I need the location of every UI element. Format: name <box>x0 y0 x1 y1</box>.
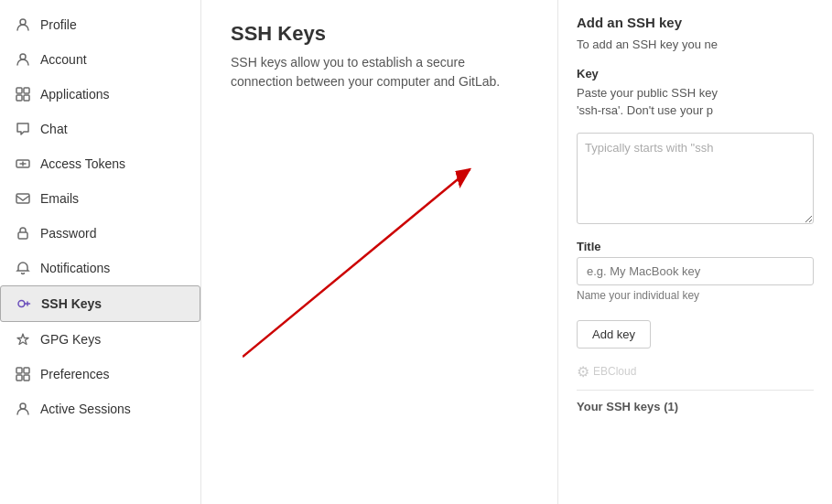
svg-rect-3 <box>24 88 29 93</box>
title-field-label: Title <box>577 240 814 253</box>
sidebar-item-chat[interactable]: Chat <box>0 112 200 146</box>
sidebar-item-account[interactable]: Account <box>0 42 200 77</box>
title-input[interactable] <box>577 257 814 285</box>
svg-rect-10 <box>16 368 22 373</box>
key-field-label: Key <box>577 67 814 80</box>
key-textarea[interactable] <box>577 133 814 224</box>
svg-rect-8 <box>18 232 27 239</box>
sidebar-item-preferences[interactable]: Preferences <box>0 357 200 391</box>
right-panel: Add an SSH key To add an SSH key you ne … <box>557 0 832 504</box>
add-key-button[interactable]: Add key <box>577 320 651 349</box>
svg-rect-5 <box>24 95 29 101</box>
gpg-keys-icon <box>15 331 31 348</box>
notifications-icon <box>15 260 31 276</box>
active-sessions-icon <box>15 401 31 417</box>
key-description: Paste your public SSH key'ssh-rsa'. Don'… <box>577 84 814 120</box>
sidebar-item-password-label: Password <box>40 226 96 241</box>
sidebar-item-gpg-keys[interactable]: GPG Keys <box>0 322 200 357</box>
watermark: ⚙ EBCloud <box>577 363 814 381</box>
svg-rect-11 <box>24 368 29 373</box>
sidebar-item-profile[interactable]: Profile <box>0 7 200 42</box>
ssh-keys-icon <box>16 295 32 312</box>
sidebar-item-chat-label: Chat <box>40 122 68 136</box>
sidebar-item-access-tokens[interactable]: Access Tokens <box>0 146 200 181</box>
sidebar-item-active-sessions[interactable]: Active Sessions <box>0 391 200 426</box>
account-icon <box>15 51 31 68</box>
add-ssh-key-description: To add an SSH key you ne <box>577 36 814 54</box>
your-ssh-keys-title: Your SSH keys (1) <box>577 390 814 413</box>
svg-line-16 <box>243 169 470 357</box>
sidebar: Profile Account Applications Chat Access… <box>0 0 201 504</box>
page-title: SSH Keys <box>231 22 528 46</box>
sidebar-item-active-sessions-label: Active Sessions <box>40 402 131 416</box>
main-content: SSH Keys SSH keys allow you to establish… <box>201 0 557 504</box>
profile-icon <box>15 16 31 33</box>
password-icon <box>15 225 31 241</box>
svg-rect-12 <box>16 375 22 381</box>
sidebar-item-preferences-label: Preferences <box>40 367 109 381</box>
add-ssh-key-title: Add an SSH key <box>577 15 814 30</box>
applications-icon <box>15 86 31 102</box>
sidebar-item-applications-label: Applications <box>40 87 110 102</box>
sidebar-item-ssh-keys[interactable]: SSH Keys <box>0 285 200 322</box>
sidebar-item-applications[interactable]: Applications <box>0 77 200 112</box>
sidebar-item-ssh-keys-label: SSH Keys <box>41 296 102 311</box>
page-description: SSH keys allow you to establish a secure… <box>231 53 524 91</box>
sidebar-item-account-label: Account <box>40 52 87 67</box>
sidebar-item-password[interactable]: Password <box>0 216 200 251</box>
svg-rect-2 <box>16 88 22 93</box>
chat-icon <box>15 121 31 137</box>
watermark-text: EBCloud <box>593 365 636 378</box>
access-tokens-icon <box>15 155 31 172</box>
sidebar-item-access-tokens-label: Access Tokens <box>40 156 125 171</box>
svg-rect-7 <box>16 194 29 203</box>
sidebar-item-emails-label: Emails <box>40 191 79 206</box>
watermark-icon: ⚙ <box>577 363 589 381</box>
svg-point-14 <box>20 403 26 409</box>
svg-rect-4 <box>16 95 22 101</box>
title-description: Name your individual key <box>577 289 814 302</box>
svg-rect-13 <box>24 375 29 381</box>
svg-point-0 <box>20 19 26 25</box>
sidebar-item-notifications[interactable]: Notifications <box>0 251 200 285</box>
sidebar-item-emails[interactable]: Emails <box>0 181 200 216</box>
sidebar-item-profile-label: Profile <box>40 17 77 32</box>
preferences-icon <box>15 366 31 382</box>
sidebar-item-notifications-label: Notifications <box>40 261 110 275</box>
emails-icon <box>15 190 31 207</box>
sidebar-item-gpg-keys-label: GPG Keys <box>40 332 101 347</box>
svg-point-1 <box>20 54 26 59</box>
